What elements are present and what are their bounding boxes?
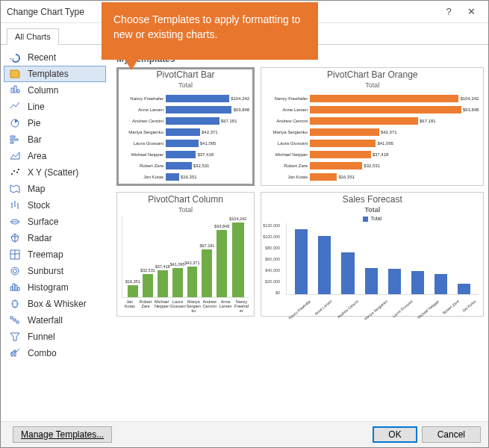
sidebar-item-label: Radar (28, 233, 52, 243)
combo-icon (8, 347, 22, 359)
treemap-icon (8, 249, 22, 261)
radar-icon (8, 232, 22, 244)
template-gallery: My Templates PivotChart Bar Total Nancy … (109, 45, 488, 426)
sidebar-item-label: Sunburst (28, 266, 63, 276)
sidebar-item-label: Area (28, 151, 46, 161)
pie-icon (8, 117, 22, 129)
sidebar-item-map[interactable]: Map (4, 181, 106, 197)
templates-icon (8, 68, 22, 80)
sidebar-item-funnel[interactable]: Funnel (4, 329, 106, 345)
template-pivotchart-column[interactable]: PivotChart Column Total $16,351$32,531$3… (116, 192, 255, 317)
sidebar-item-label: Stock (28, 200, 50, 211)
box-icon (8, 298, 22, 310)
chart-preview: Nancy Freehafer$104,242Anne Larsen$93,84… (263, 91, 482, 184)
sidebar-item-templates[interactable]: Templates (4, 66, 106, 82)
sidebar-item-surface[interactable]: Surface (4, 214, 106, 230)
sidebar-item-treemap[interactable]: Treemap (4, 246, 106, 263)
chart-subtitle: Total (119, 206, 252, 214)
sidebar-item-label: X Y (Scatter) (28, 167, 78, 178)
sidebar-item-bar[interactable]: Bar (4, 131, 106, 148)
sidebar-item-label: Templates (28, 69, 69, 79)
chart-legend: Total (263, 216, 482, 222)
sidebar-item-label: Recent (28, 52, 56, 63)
template-title: Sales Forecast (263, 194, 482, 205)
tab-all-charts[interactable]: All Charts (7, 28, 59, 45)
template-title: PivotChart Bar (119, 69, 252, 80)
sidebar-item-label: Combo (28, 348, 57, 358)
column-icon (8, 84, 22, 96)
template-pivotchart-bar[interactable]: PivotChart Bar Total Nancy Freehafer$104… (116, 67, 255, 186)
svg-point-5 (11, 267, 19, 275)
area-icon (8, 150, 22, 162)
sidebar-item-label: Surface (28, 217, 58, 227)
sidebar-item-histogram[interactable]: Histogram (4, 279, 106, 296)
svg-point-6 (13, 270, 17, 273)
template-sales-forecast[interactable]: Sales Forecast Total Total $120,000$100,… (261, 192, 484, 317)
chart-x-labels: Jan KotasRobert ZareMichael NeipperLaura… (122, 299, 249, 313)
waterfall-icon (8, 314, 22, 326)
template-pivotchart-bar-orange[interactable]: PivotChart Bar Orange Total Nancy Freeha… (261, 67, 484, 186)
sidebar-item-label: Column (28, 85, 58, 96)
sidebar-item-label: Treemap (28, 249, 63, 260)
histogram-icon (8, 281, 22, 293)
chart-subtitle: Total (263, 81, 482, 89)
svg-point-4 (18, 169, 19, 170)
recent-icon (8, 52, 22, 63)
dialog-footer: Manage Templates... OK Cancel (1, 421, 488, 447)
svg-point-1 (11, 173, 13, 175)
chart-subtitle: Total (119, 81, 252, 89)
surface-icon (8, 216, 22, 228)
bar-icon (8, 134, 22, 146)
sidebar-item-label: Bar (28, 134, 42, 145)
sidebar-item-label: Map (28, 184, 45, 194)
chart-y-axis: $120,000$100,000$80,000$60,000$40,000$20… (263, 223, 281, 295)
sidebar-item-box[interactable]: Box & Whisker (4, 296, 106, 312)
sidebar-item-sunburst[interactable]: Sunburst (4, 263, 106, 279)
sidebar-item-column[interactable]: Column (4, 82, 106, 99)
help-button[interactable]: ? (437, 6, 460, 17)
sidebar-item-radar[interactable]: Radar (4, 230, 106, 246)
sidebar-item-waterfall[interactable]: Waterfall (4, 312, 106, 329)
chart-preview: $16,351$32,531$37,418$41,095$42,371$67,1… (122, 216, 249, 298)
sidebar-item-label: Box & Whisker (28, 299, 87, 309)
ok-button[interactable]: OK (373, 426, 417, 443)
line-icon (8, 101, 22, 113)
sidebar-item-recent[interactable]: Recent (4, 49, 106, 66)
map-icon (8, 183, 22, 195)
sidebar-item-label: Funnel (28, 332, 55, 342)
chart-type-sidebar: RecentTemplatesColumnLinePieBarAreaX Y (… (1, 45, 109, 426)
close-button[interactable]: ✕ (460, 6, 482, 17)
sidebar-item-line[interactable]: Line (4, 99, 106, 115)
svg-point-2 (13, 170, 15, 172)
svg-point-3 (16, 172, 18, 173)
sidebar-item-label: Histogram (28, 282, 69, 293)
chart-preview: Nancy Freehafer$104,242Anne Larsen$93,84… (119, 91, 252, 184)
chart-subtitle: Total (263, 206, 482, 214)
sidebar-item-stock[interactable]: Stock (4, 197, 106, 214)
dialog-window: Change Chart Type ? ✕ Choose Templates t… (0, 0, 489, 448)
sunburst-icon (8, 265, 22, 277)
sidebar-item-label: Pie (28, 118, 40, 128)
stock-icon (8, 199, 22, 211)
manage-templates-button[interactable]: Manage Templates... (13, 426, 112, 443)
sidebar-item-xy[interactable]: X Y (Scatter) (4, 164, 106, 181)
sidebar-item-pie[interactable]: Pie (4, 115, 106, 131)
template-title: PivotChart Bar Orange (263, 69, 482, 80)
instruction-callout: Choose Templates to apply formatting to … (102, 2, 318, 60)
xy-icon (8, 167, 22, 178)
sidebar-item-label: Line (28, 102, 45, 112)
sidebar-item-combo[interactable]: Combo (4, 345, 106, 361)
chart-x-labels: Nancy FreehaferAnne LarsenAndrew Cencini… (286, 296, 479, 314)
cancel-button[interactable]: Cancel (422, 426, 481, 443)
sidebar-item-area[interactable]: Area (4, 148, 106, 164)
funnel-icon (8, 331, 22, 343)
template-title: PivotChart Column (119, 194, 252, 205)
sidebar-item-label: Waterfall (28, 315, 63, 326)
chart-preview (286, 223, 479, 295)
